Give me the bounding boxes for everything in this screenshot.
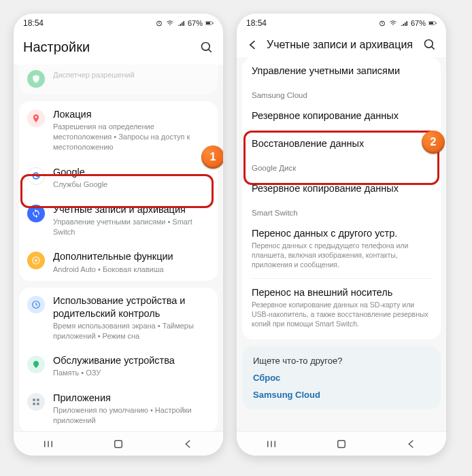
row-title: Перенос на внешний носитель (252, 287, 431, 298)
settings-row-google[interactable]: Google Службы Google (19, 159, 218, 197)
nav-home-icon[interactable] (335, 438, 348, 450)
step-badge-2: 2 (422, 131, 445, 154)
row-title: Google (53, 166, 209, 178)
row-subtitle: Время использования экрана • Таймеры при… (53, 321, 209, 341)
page-title: Учетные записи и архивация (267, 39, 416, 51)
looking-for-title: Ищете что-то другое? (253, 356, 430, 366)
row-title: Учетные записи и архивация (53, 203, 209, 216)
row-title: Резервное копирование данных (252, 110, 431, 121)
apps-icon (27, 393, 45, 411)
settings-row-location[interactable]: Локация Разрешения на определение местоп… (19, 101, 218, 159)
row-title: Управление учетными записями (252, 65, 431, 76)
row-title: Обслуживание устройства (53, 354, 209, 367)
svg-rect-15 (429, 22, 433, 24)
svg-rect-2 (206, 22, 210, 24)
page-title: Настройки (23, 39, 193, 55)
wifi-icon (389, 19, 397, 27)
pin-icon (27, 109, 45, 127)
battery-text: 67% (411, 19, 426, 27)
row-backup-google[interactable]: Резервное копирование данных (242, 175, 441, 202)
search-icon[interactable] (423, 38, 437, 52)
status-indicators: 67% (155, 19, 214, 27)
row-title: Резервное копирование данных (252, 183, 431, 194)
accounts-card: Управление учетными записями Samsung Clo… (242, 57, 441, 339)
svg-point-17 (425, 40, 433, 48)
settings-row-apps[interactable]: Приложения Приложения по умолчанию • Нас… (19, 385, 218, 431)
status-bar: 18:54 67% (14, 14, 223, 33)
accounts-header: Учетные записи и архивация (237, 33, 446, 57)
row-subtitle: Службы Google (53, 180, 209, 190)
row-subtitle: Перенос данных с предыдущего телефона ил… (252, 241, 431, 270)
nav-recents-icon[interactable] (42, 438, 54, 450)
nav-back-icon[interactable] (182, 438, 195, 450)
row-transfer-external[interactable]: Перенос на внешний носитель Резервное ко… (242, 279, 441, 337)
settings-content: Диспетчер разрешений Локация Разрешения … (14, 65, 223, 431)
plus-icon (27, 252, 45, 269)
looking-for-card: Ищете что-то другое? Сброс Samsung Cloud (242, 346, 441, 409)
row-manage-accounts[interactable]: Управление учетными записями (242, 57, 441, 84)
row-backup-samsung[interactable]: Резервное копирование данных (242, 102, 441, 129)
nav-bar (237, 431, 446, 456)
nav-bar (14, 431, 223, 456)
row-subtitle: Память • ОЗУ (53, 368, 209, 378)
svg-rect-8 (37, 399, 39, 402)
search-icon[interactable] (200, 41, 214, 54)
status-bar: 18:54 67% (237, 14, 446, 33)
settings-row-advanced[interactable]: Дополнительные функции Android Auto • Бо… (19, 243, 218, 281)
section-smart-switch: Smart Switch (242, 202, 441, 220)
section-samsung-cloud: Samsung Cloud (242, 84, 441, 102)
row-title: Приложения (53, 392, 209, 404)
settings-row-permissions[interactable]: Диспетчер разрешений (19, 65, 218, 95)
nav-home-icon[interactable] (112, 438, 124, 450)
link-samsung-cloud[interactable]: Samsung Cloud (253, 390, 430, 400)
status-indicators: 67% (378, 19, 437, 27)
row-title: Восстановление данных (252, 138, 431, 149)
settings-row-accounts[interactable]: Учетные записи и архивация Управление уч… (19, 197, 218, 244)
svg-rect-12 (115, 440, 122, 447)
alarm-icon (378, 19, 386, 27)
row-title: Локация (53, 108, 209, 120)
status-time: 18:54 (23, 18, 44, 28)
clock-icon (27, 296, 45, 313)
row-subtitle: Резервное копирование данных на SD-карту… (252, 300, 431, 329)
google-icon (27, 167, 45, 185)
svg-rect-3 (213, 22, 214, 24)
signal-icon (400, 19, 408, 27)
row-subtitle: Android Auto • Боковая клавиша (53, 265, 209, 275)
settings-row-devicecare[interactable]: Обслуживание устройства Память • ОЗУ (19, 347, 218, 385)
nav-recents-icon[interactable] (265, 438, 277, 450)
svg-rect-7 (33, 399, 35, 402)
phone-left: 18:54 67% Настройки Диспетчер разрешений (14, 14, 223, 456)
settings-row-wellbeing[interactable]: Использование устройства и родительский … (19, 288, 218, 347)
shield-icon (27, 70, 45, 88)
row-title: Использование устройства и родительский … (53, 294, 209, 319)
battery-icon (205, 19, 214, 27)
care-icon (27, 356, 45, 373)
wifi-icon (166, 19, 174, 27)
signal-icon (177, 19, 185, 27)
link-reset[interactable]: Сброс (253, 373, 430, 383)
settings-card-2: Использование устройства и родительский … (19, 288, 218, 431)
card-partial-top: Диспетчер разрешений (19, 65, 218, 95)
settings-header: Настройки (14, 33, 223, 65)
svg-rect-9 (33, 403, 35, 405)
accounts-content: Управление учетными записями Samsung Clo… (237, 57, 446, 431)
status-time: 18:54 (246, 18, 267, 28)
sync-icon (27, 205, 45, 222)
alarm-icon (155, 19, 163, 27)
row-subtitle: Разрешения на определение местоположения… (53, 122, 209, 152)
svg-rect-18 (338, 440, 345, 447)
step-badge-1: 1 (201, 146, 223, 169)
svg-point-4 (202, 42, 210, 50)
section-google-drive: Google Диск (242, 157, 441, 175)
back-icon[interactable] (246, 38, 260, 52)
nav-back-icon[interactable] (405, 438, 418, 450)
row-subtitle: Диспетчер разрешений (53, 70, 209, 80)
row-subtitle: Управление учетными записями • Smart Swi… (53, 217, 209, 237)
settings-card-main: Локация Разрешения на определение местоп… (19, 101, 218, 281)
row-restore-samsung[interactable]: Восстановление данных (242, 130, 441, 157)
row-transfer-from-device[interactable]: Перенос данных с другого устр. Перенос д… (242, 220, 441, 278)
battery-text: 67% (188, 19, 203, 27)
svg-rect-10 (37, 403, 39, 405)
svg-rect-16 (436, 22, 437, 24)
